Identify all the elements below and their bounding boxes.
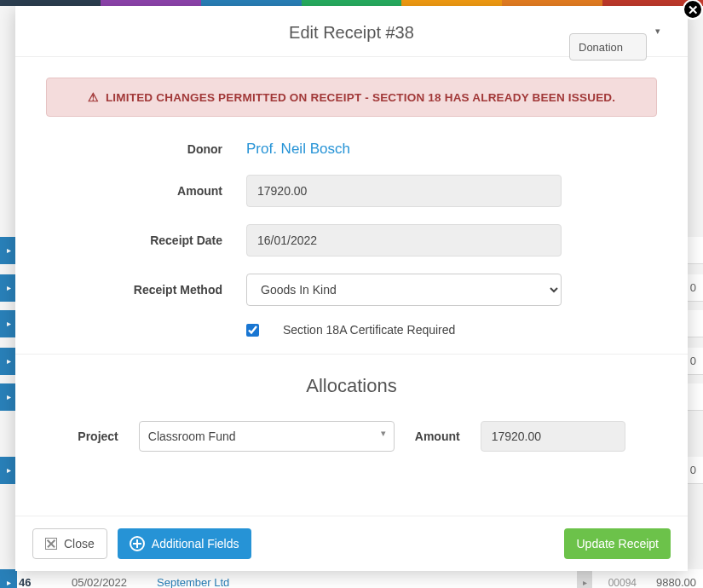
modal-header: Edit Receipt #38 Donation: [15, 6, 688, 57]
amount-field: [246, 175, 562, 207]
warning-banner: ⚠ LIMITED CHANGES PERMITTED ON RECEIPT -…: [46, 78, 657, 117]
row-date: 05/02/2022: [37, 576, 157, 588]
close-button[interactable]: Close: [32, 528, 107, 559]
additional-fields-label: Additional Fields: [152, 537, 239, 551]
modal-title: Edit Receipt #38: [289, 23, 414, 43]
s18a-label[interactable]: Section 18A Certificate Required: [283, 323, 455, 337]
row-amount: 9880.00: [656, 576, 696, 588]
amount-label: Amount: [46, 184, 246, 198]
receipt-date-label: Receipt Date: [46, 233, 246, 247]
allocations-heading: Allocations: [46, 375, 657, 397]
project-select[interactable]: Classroom Fund: [139, 421, 395, 452]
additional-fields-button[interactable]: Additional Fields: [118, 528, 251, 559]
close-box-icon: [45, 538, 57, 550]
color-stripe: [0, 0, 703, 6]
update-receipt-button[interactable]: Update Receipt: [564, 528, 671, 559]
s18a-checkbox[interactable]: [246, 324, 259, 337]
alloc-amount-field: [481, 421, 625, 452]
modal-footer: Close Additional Fields Update Receipt: [15, 516, 688, 571]
project-label: Project: [78, 429, 118, 443]
receipt-type-select[interactable]: Donation: [569, 33, 647, 61]
warning-text: LIMITED CHANGES PERMITTED ON RECEIPT - S…: [106, 91, 615, 104]
receipt-method-select[interactable]: Goods In Kind: [246, 274, 562, 306]
edit-receipt-modal: Edit Receipt #38 Donation ⚠ LIMITED CHAN…: [15, 6, 688, 571]
allocation-row: Project Classroom Fund Amount: [46, 421, 657, 452]
receipt-date-field: [246, 224, 562, 257]
row-number: 46: [17, 576, 37, 588]
modal-body: ⚠ LIMITED CHANGES PERMITTED ON RECEIPT -…: [15, 57, 688, 516]
receipt-method-label: Receipt Method: [46, 283, 246, 297]
close-icon[interactable]: ✕: [683, 0, 703, 20]
row-code: 00094: [608, 577, 637, 589]
divider: [15, 354, 688, 355]
table-row: ▸ 46 05/02/2022 September Ltd ▸ 00094 98…: [0, 569, 703, 588]
donor-link[interactable]: Prof. Neil Bosch: [246, 141, 350, 158]
alloc-amount-label: Amount: [415, 429, 460, 443]
plus-circle-icon: [130, 536, 145, 551]
donor-label: Donor: [46, 142, 246, 156]
row-donor: September Ltd: [157, 576, 229, 588]
warning-icon: ⚠: [88, 90, 99, 104]
close-button-label: Close: [64, 537, 95, 551]
update-receipt-label: Update Receipt: [576, 537, 659, 551]
